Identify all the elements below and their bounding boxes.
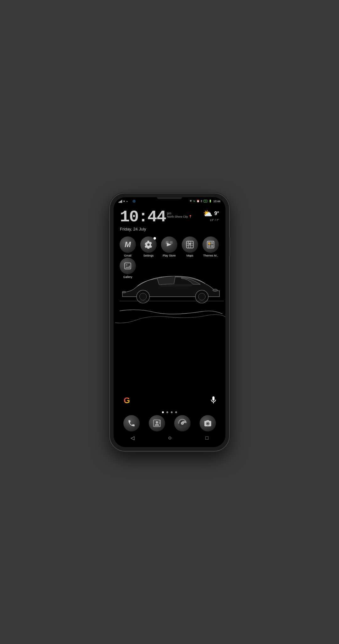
home-button[interactable]: ○ — [165, 432, 174, 444]
weather-range: 13° / 7° — [210, 219, 219, 222]
svg-rect-10 — [211, 242, 213, 244]
app-themes[interactable]: 😺 Themes M.. — [202, 236, 220, 257]
svg-point-16 — [126, 264, 127, 265]
play-store-icon — [165, 241, 173, 249]
app-row-1: M Gmail Settings — [114, 234, 225, 260]
app-row-2-area: Gallery — [114, 257, 225, 307]
phone-screen: ▾ ⌁ 👁 N ⏰ ₿ 56 🔋 10:44 10:44 — [114, 197, 225, 447]
recents-button[interactable]: □ — [203, 433, 211, 443]
svg-point-7 — [189, 243, 191, 244]
svg-rect-11 — [208, 245, 210, 247]
dock-phone[interactable] — [123, 415, 140, 431]
play-store-icon-bg — [161, 236, 177, 253]
weather-temp: 9° — [214, 211, 219, 216]
page-indicator — [162, 411, 177, 413]
weather-widget[interactable]: ⛅ 9° 13° / 7° — [203, 209, 219, 222]
battery-icon: 🔋 — [209, 200, 212, 203]
svg-point-22 — [213, 289, 218, 291]
svg-point-25 — [156, 421, 158, 423]
car-bottom-svg — [114, 307, 225, 332]
svg-point-32 — [181, 422, 183, 424]
page-dot-2 — [166, 411, 168, 413]
google-logo[interactable]: G — [121, 395, 132, 406]
app-dock — [119, 415, 220, 431]
themes-icon-bg: 😺 — [202, 236, 219, 253]
clock-location: North Shore City 📍 — [167, 215, 192, 218]
clock-digits: 10:44 — [120, 209, 166, 225]
app-play-store[interactable]: Play Store — [160, 236, 178, 257]
maps-icon — [186, 241, 194, 249]
clock-ampm-loc: pm North Shore City 📍 — [167, 212, 192, 218]
contacts-icon — [153, 419, 161, 427]
google-g-letter: G — [124, 396, 130, 405]
svg-text:😺: 😺 — [208, 242, 211, 245]
status-bar: ▾ ⌁ 👁 N ⏰ ₿ 56 🔋 10:44 — [114, 197, 225, 204]
clock-ampm: pm — [167, 212, 192, 215]
signal-icon — [119, 200, 122, 203]
page-dot-4 — [175, 411, 177, 413]
back-button[interactable]: ◁ — [128, 432, 137, 443]
themes-icon: 😺 — [207, 241, 215, 249]
car-bottom-area — [114, 307, 225, 332]
dock-chrome[interactable] — [174, 415, 191, 431]
clock-left: 10:44 pm North Shore City 📍 Friday, 24 J… — [120, 209, 192, 231]
app-maps[interactable]: Maps — [181, 236, 199, 257]
alarm-icon: ⏰ — [196, 200, 200, 203]
camera-dot — [132, 200, 136, 203]
page-dot-1 — [162, 411, 164, 413]
weather-icon: ⛅ — [203, 209, 213, 218]
bluetooth-icon: ₿ — [201, 200, 202, 203]
svg-point-20 — [198, 293, 205, 300]
app-gmail[interactable]: M Gmail — [119, 236, 137, 257]
phone-device: ▾ ⌁ 👁 N ⏰ ₿ 56 🔋 10:44 10:44 — [110, 193, 229, 451]
mic-icon — [209, 396, 218, 404]
home-screen: 10:44 pm North Shore City 📍 Friday, 24 J… — [114, 204, 225, 447]
phone-icon — [127, 419, 136, 427]
search-bar[interactable]: G — [119, 395, 220, 406]
clock-widget: 10:44 pm North Shore City 📍 Friday, 24 J… — [114, 204, 225, 234]
maps-icon-bg — [182, 236, 198, 253]
status-left: ▾ ⌁ — [119, 200, 128, 203]
svg-point-18 — [139, 293, 146, 300]
network-n-icon: N — [193, 200, 195, 203]
location-pin-icon: 📍 — [189, 215, 192, 218]
camera-icon — [204, 419, 212, 427]
usb-icon: ⌁ — [126, 200, 128, 203]
app-settings[interactable]: Settings — [139, 236, 158, 257]
gmail-icon: M — [125, 240, 131, 249]
mic-button[interactable] — [209, 396, 218, 406]
svg-point-33 — [207, 422, 209, 425]
eye-icon: 👁 — [190, 200, 192, 203]
wifi-icon: ▾ — [123, 200, 125, 203]
status-right: 👁 N ⏰ ₿ 56 🔋 10:44 — [190, 200, 220, 203]
svg-rect-1 — [170, 241, 173, 244]
svg-rect-23 — [122, 291, 125, 293]
svg-rect-12 — [211, 245, 213, 247]
gmail-icon-bg: M — [120, 236, 136, 253]
status-time: 10:44 — [213, 200, 220, 203]
dock-contacts[interactable] — [149, 415, 165, 431]
chrome-icon — [178, 419, 187, 428]
weather-top: ⛅ 9° — [203, 209, 219, 218]
page-dot-3 — [171, 411, 173, 413]
car-wallpaper — [114, 266, 225, 307]
network-5g-badge: 56 — [203, 200, 208, 203]
settings-gear-icon — [144, 241, 153, 249]
clock-time-display: 10:44 pm North Shore City 📍 — [120, 209, 192, 225]
settings-notification-dot — [153, 237, 156, 240]
settings-icon-bg — [140, 236, 157, 253]
nav-bar: ◁ ○ □ — [114, 431, 225, 447]
clock-date: Friday, 24 July — [120, 227, 192, 231]
dock-camera[interactable] — [200, 415, 216, 431]
